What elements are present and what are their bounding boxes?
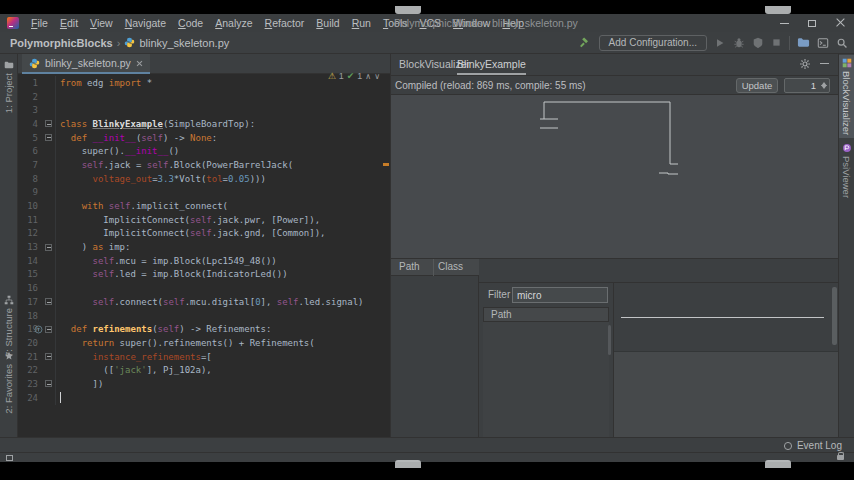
maximize-button[interactable] — [798, 14, 826, 32]
code-line[interactable]: 11 ImplicitConnect(self.jack.pwr, [Power… — [18, 213, 382, 227]
tool-stripe-psiviewer[interactable]: PsiViewer — [839, 140, 854, 201]
tab-blinky-example[interactable]: BlinkyExample — [457, 58, 526, 75]
code-line[interactable]: 2 — [18, 90, 382, 104]
code-line[interactable]: 22 (['jack'], Pj_102a), — [18, 363, 382, 377]
close-button[interactable] — [826, 14, 854, 32]
block-diagram[interactable] — [391, 95, 839, 258]
lock-icon[interactable] — [837, 455, 844, 460]
code-line[interactable]: 18 — [18, 309, 382, 323]
coverage-icon[interactable] — [752, 37, 764, 49]
stepper-down-icon[interactable] — [821, 85, 827, 89]
menu-build[interactable]: Build — [310, 17, 345, 29]
depth-stepper[interactable]: 1 — [784, 78, 830, 93]
add-configuration-button[interactable]: Add Configuration... — [599, 35, 707, 51]
menu-view[interactable]: View — [84, 17, 119, 29]
code-line[interactable]: 15 self.led = imp.Block(IndicatorLed()) — [18, 268, 382, 282]
update-button[interactable]: Update — [736, 78, 778, 93]
hide-tool-window-icon[interactable] — [820, 63, 829, 64]
library-doc — [614, 283, 840, 351]
gutter — [38, 186, 56, 200]
menu-analyze[interactable]: Analyze — [209, 17, 258, 29]
design-tree-table: Path Class — [391, 259, 479, 438]
code-token: self — [147, 160, 169, 170]
minimize-button[interactable] — [770, 14, 798, 32]
library-detail — [613, 283, 839, 438]
code-token: self — [93, 297, 115, 307]
code-line[interactable]: 16 — [18, 281, 382, 295]
code-line[interactable]: 7 self.jack = self.Block(PowerBarrelJack… — [18, 158, 382, 172]
code-line[interactable]: 17 self.connect(self.mcu.digital[0], sel… — [18, 295, 382, 309]
code-token: with — [82, 201, 104, 211]
fold-icon[interactable] — [45, 326, 52, 333]
override-method-icon[interactable] — [34, 325, 43, 334]
code-token: ) -> Refinements: — [179, 324, 271, 334]
code-token: ) — [60, 242, 93, 252]
code-line[interactable]: 24 — [18, 391, 382, 405]
code-line[interactable]: 13 ) as imp: — [18, 240, 382, 254]
code-line[interactable]: 6 super().__init__() — [18, 144, 382, 158]
code-line[interactable]: 12 ImplicitConnect(self.jack.gnd, [Commo… — [18, 227, 382, 241]
code-token: self — [93, 269, 115, 279]
code-token: self — [82, 160, 104, 170]
tool-stripe-1-project[interactable]: 1: Project — [0, 57, 17, 116]
event-log-label: Event Log — [797, 440, 842, 451]
next-problem-icon[interactable]: ∨ — [374, 72, 380, 81]
fold-icon[interactable] — [45, 120, 52, 127]
debug-icon[interactable] — [733, 37, 745, 49]
wire[interactable] — [544, 102, 678, 164]
stop-icon[interactable] — [771, 37, 782, 48]
terminal-toolbar-icon[interactable] — [817, 37, 829, 49]
fold-icon[interactable] — [45, 134, 52, 141]
tool-stripe-2-favorites[interactable]: 2: Favorites — [0, 348, 17, 417]
menu-run[interactable]: Run — [346, 17, 377, 29]
code-text: ImplicitConnect(self.jack.pwr, [Power]), — [60, 215, 320, 225]
run-icon[interactable] — [714, 37, 726, 49]
code-line[interactable]: 23 ]) — [18, 377, 382, 391]
library-tree-scrollbar[interactable] — [608, 325, 611, 355]
code-line[interactable]: 10 with self.implicit_connect( — [18, 199, 382, 213]
code-line[interactable]: 8 voltage_out=3.3*Volt(tol=0.05))) — [18, 172, 382, 186]
code-line[interactable]: 14 self.mcu = imp.Block(Lpc1549_48()) — [18, 254, 382, 268]
editor-scrollbar[interactable] — [382, 74, 390, 437]
code-line[interactable]: 5 def __init__(self) -> None: — [18, 131, 382, 145]
editor-tab-blinky-skeleton[interactable]: blinky_skeleton.py — [22, 54, 150, 74]
code-line[interactable]: 4class BlinkyExample(SimpleBoardTop): — [18, 117, 382, 131]
event-log-button[interactable]: Event Log — [783, 438, 842, 453]
code-line[interactable]: 20 return super().refinements() + Refine… — [18, 336, 382, 350]
code-line[interactable]: 3 — [18, 103, 382, 117]
breadcrumb-file[interactable]: blinky_skeleton.py — [139, 37, 229, 49]
fold-icon[interactable] — [45, 380, 52, 387]
build-hammer-icon[interactable] — [579, 36, 592, 49]
menu-file[interactable]: File — [25, 17, 54, 29]
inspection-widget[interactable]: ⚠ 1 ✔ 1 ∧ ∨ — [328, 71, 380, 81]
code-token — [60, 174, 93, 184]
prev-problem-icon[interactable]: ∧ — [365, 72, 371, 81]
menu-navigate[interactable]: Navigate — [119, 17, 172, 29]
code-line[interactable]: 19 def refinements(self) -> Refinements: — [18, 322, 382, 336]
menu-refactor[interactable]: Refactor — [259, 17, 311, 29]
fold-icon[interactable] — [45, 353, 52, 360]
code-token: ]) — [60, 379, 103, 389]
tool-stripe-blockvisualizer[interactable]: BlockVisualizer — [839, 55, 854, 138]
code-text: def refinements(self) -> Refinements: — [60, 324, 271, 334]
fold-icon[interactable] — [45, 298, 52, 305]
wire[interactable] — [659, 173, 678, 174]
breadcrumb-project[interactable]: PolymorphicBlocks — [10, 37, 113, 49]
ide-logo-icon[interactable] — [7, 17, 19, 29]
code-token — [60, 256, 93, 266]
search-everywhere-icon[interactable] — [836, 37, 848, 49]
toggle-stripes-icon[interactable] — [6, 455, 13, 461]
doc-scrollbar[interactable] — [832, 287, 837, 345]
code-area[interactable]: 1from edg import *234class BlinkyExample… — [18, 74, 382, 437]
fold-icon[interactable] — [45, 244, 52, 251]
menu-edit[interactable]: Edit — [54, 17, 84, 29]
menu-code[interactable]: Code — [172, 17, 209, 29]
filter-input[interactable] — [512, 287, 608, 303]
code-line[interactable]: 21 instance_refinements=[ — [18, 350, 382, 364]
gear-icon[interactable] — [799, 58, 811, 70]
code-line[interactable]: 9 — [18, 186, 382, 200]
tab-close-icon[interactable] — [136, 60, 143, 67]
project-folder-icon[interactable] — [797, 36, 810, 49]
code-token: .jack = — [103, 160, 146, 170]
library-block-preview[interactable] — [614, 351, 840, 438]
